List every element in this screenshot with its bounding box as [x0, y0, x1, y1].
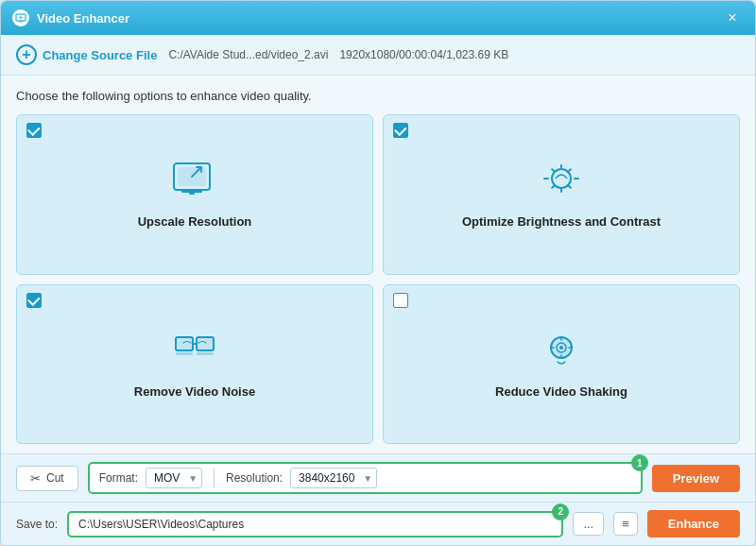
- options-grid: Upscale Resolution Optimize Brightness a…: [16, 114, 740, 444]
- instruction-text: Choose the following options to enhance …: [16, 89, 740, 103]
- option-brightness[interactable]: Optimize Brightness and Contrast: [383, 114, 740, 275]
- app-icon: [12, 9, 29, 26]
- source-bar: + Change Source File C:/AVAide Stud...ed…: [1, 35, 755, 76]
- resolution-select-wrapper: 3840x2160 1920x1080 1280x720 ▼: [290, 468, 377, 488]
- upscale-label: Upscale Resolution: [138, 214, 252, 229]
- format-select-wrapper: MOV MP4 AVI ▼: [146, 468, 202, 488]
- svg-rect-6: [189, 193, 195, 195]
- title-bar: Video Enhancer ×: [1, 1, 755, 35]
- change-source-button[interactable]: + Change Source File: [16, 44, 157, 65]
- save-path-text: C:\Users\USER\Videos\Captures: [78, 518, 244, 531]
- browse-button[interactable]: ...: [573, 512, 604, 536]
- change-source-label: Change Source File: [43, 48, 157, 62]
- format-select[interactable]: MOV MP4 AVI: [146, 468, 202, 488]
- bottom-controls: ✂ Cut 1 Format: MOV MP4 AVI ▼ Resolution…: [1, 453, 755, 502]
- option-shaking[interactable]: Reduce Video Shaking: [383, 284, 740, 445]
- add-circle-icon: +: [16, 44, 37, 65]
- svg-rect-11: [197, 352, 214, 355]
- save-path-wrapper: 2 C:\Users\USER\Videos\Captures: [67, 511, 563, 537]
- format-resolution-box: 1 Format: MOV MP4 AVI ▼ Resolution: 3840…: [88, 462, 643, 494]
- save-to-label: Save to:: [16, 518, 58, 531]
- svg-rect-1: [19, 21, 23, 23]
- badge-2: 2: [552, 503, 569, 520]
- brightness-icon: [537, 160, 586, 205]
- svg-rect-5: [181, 190, 202, 193]
- list-button[interactable]: ≡: [613, 512, 638, 536]
- window-title: Video Enhancer: [37, 11, 721, 26]
- svg-point-14: [559, 346, 563, 350]
- svg-rect-8: [176, 337, 193, 350]
- badge-1: 1: [631, 454, 648, 471]
- shaking-label: Reduce Video Shaking: [495, 384, 627, 399]
- option-upscale[interactable]: Upscale Resolution: [16, 114, 373, 275]
- shaking-checkbox[interactable]: [393, 293, 408, 308]
- noise-checkbox[interactable]: [26, 293, 42, 308]
- file-path: C:/AVAide Stud...ed/video_2.avi: [168, 48, 328, 61]
- file-info: 1920x1080/00:00:04/1,023.69 KB: [339, 48, 508, 61]
- close-button[interactable]: ×: [721, 7, 744, 29]
- option-noise[interactable]: Remove Video Noise: [16, 284, 373, 445]
- save-bar: Save to: 2 C:\Users\USER\Videos\Captures…: [1, 502, 755, 545]
- brightness-checkbox[interactable]: [393, 123, 408, 138]
- upscale-checkbox[interactable]: [26, 123, 42, 138]
- noise-icon: [170, 330, 219, 375]
- brightness-label: Optimize Brightness and Contrast: [462, 214, 661, 229]
- main-window: Video Enhancer × + Change Source File C:…: [0, 0, 756, 546]
- format-label: Format:: [99, 471, 138, 485]
- resolution-select[interactable]: 3840x2160 1920x1080 1280x720: [290, 468, 377, 488]
- preview-button[interactable]: Preview: [652, 465, 740, 492]
- upscale-icon: [170, 160, 219, 205]
- svg-rect-10: [176, 352, 193, 355]
- noise-label: Remove Video Noise: [134, 384, 255, 399]
- cut-button[interactable]: ✂ Cut: [16, 466, 78, 491]
- main-content: Choose the following options to enhance …: [1, 76, 755, 453]
- enhance-button[interactable]: Enhance: [647, 510, 740, 537]
- svg-rect-9: [197, 337, 214, 350]
- resolution-label: Resolution:: [226, 471, 283, 485]
- shaking-icon: [537, 330, 586, 375]
- save-path-display: 2 C:\Users\USER\Videos\Captures: [67, 511, 563, 537]
- divider: [214, 469, 215, 487]
- scissors-icon: ✂: [30, 471, 41, 486]
